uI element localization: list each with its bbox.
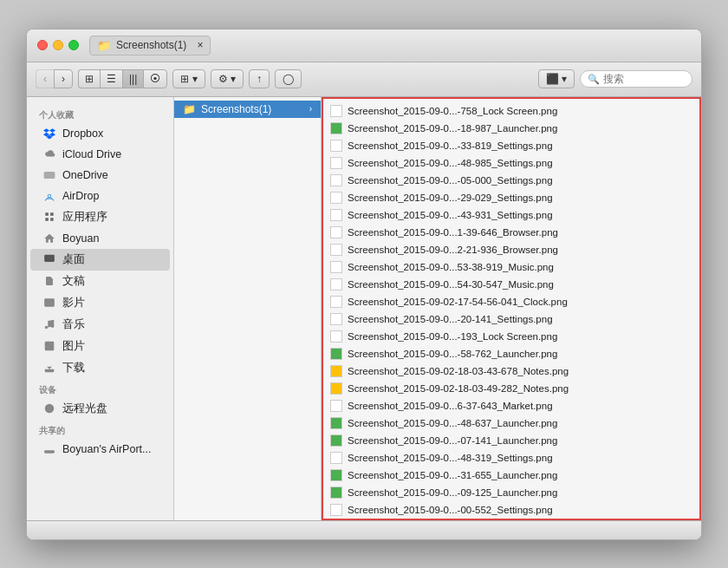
file-item-23[interactable]: Screenshot_2015-09-0...-00-552_Settings.… [323, 501, 699, 519]
file-item-3[interactable]: Screenshot_2015-09-0...-48-985_Settings.… [323, 154, 699, 172]
file-item-8[interactable]: Screenshot_2015-09-0...2-21-936_Browser.… [323, 241, 699, 258]
sidebar-item-movies[interactable]: 影片 [30, 292, 170, 314]
toolbar: ‹ › ⊞ ☰ ||| ⦿ ⊞ ▾ ⚙ ▾ ↑ ◯ ⬛ ▾ 🔍 [27, 62, 701, 97]
file-name: Screenshot_2015-09-0...-09-125_Launcher.… [348, 487, 557, 498]
sidebar-item-dropbox[interactable]: Dropbox [30, 123, 170, 144]
file-thumbnail [330, 105, 342, 117]
file-thumbnail [330, 244, 342, 256]
sidebar-item-onedrive[interactable]: OneDrive [30, 165, 170, 186]
file-item-4[interactable]: Screenshot_2015-09-0...-05-000_Settings.… [323, 172, 699, 189]
shared-section-label: 共享的 [27, 420, 173, 439]
file-item-5[interactable]: Screenshot_2015-09-0...-29-029_Settings.… [323, 189, 699, 206]
cloud-icon [42, 147, 56, 161]
sidebar: 个人收藏 Dropbox iCloud Drive OneDrive [27, 97, 174, 520]
sidebar-item-label: iCloud Drive [62, 148, 121, 160]
sidebar-item-photos[interactable]: 图片 [30, 336, 170, 357]
file-item-13[interactable]: Screenshot_2015-09-0...-193_Lock Screen.… [323, 328, 699, 345]
file-item-7[interactable]: Screenshot_2015-09-0...1-39-646_Browser.… [323, 224, 699, 241]
sidebar-item-downloads[interactable]: 下载 [30, 357, 170, 379]
file-item-9[interactable]: Screenshot_2015-09-0...53-38-919_Music.p… [323, 258, 699, 276]
svg-rect-0 [44, 172, 55, 179]
file-name: Screenshot_2015-09-0...-48-637_Launcher.… [348, 418, 557, 428]
thumbnail-image [330, 192, 342, 204]
dropbox-button[interactable]: ⬛ ▾ [538, 69, 575, 88]
file-item-10[interactable]: Screenshot_2015-09-0...54-30-547_Music.p… [323, 276, 699, 293]
sidebar-item-desktop[interactable]: 桌面 [30, 249, 170, 271]
screenshots-folder-item[interactable]: 📁 Screenshots(1) › [174, 101, 321, 118]
file-name: Screenshot_2015-09-0...-33-819_Settings.… [348, 140, 553, 151]
view-buttons: ⊞ ☰ ||| ⦿ [78, 69, 167, 88]
file-item-19[interactable]: Screenshot_2015-09-0...-07-141_Launcher.… [323, 432, 699, 449]
icon-view-button[interactable]: ⊞ [78, 69, 100, 88]
column-view-button[interactable]: ||| [122, 69, 143, 88]
file-thumbnail [330, 400, 342, 412]
file-item-12[interactable]: Screenshot_2015-09-0...-20-141_Settings.… [323, 310, 699, 328]
folder-icon: 📁 [97, 39, 111, 52]
thumbnail-image [330, 365, 342, 377]
file-thumbnail [330, 209, 342, 221]
window-tab[interactable]: 📁 Screenshots(1) × [89, 36, 211, 55]
sidebar-item-label: Boyuan [62, 232, 99, 245]
router-icon [42, 442, 56, 456]
file-thumbnail [330, 278, 342, 291]
coverflow-view-button[interactable]: ⦿ [143, 69, 167, 88]
file-item-0[interactable]: Screenshot_2015-09-0...-758_Lock Screen.… [323, 102, 699, 120]
file-name: Screenshot_2015-09-0...2-21-936_Browser.… [348, 245, 558, 255]
search-box[interactable]: 🔍 [580, 70, 692, 88]
file-name: Screenshot_2015-09-02-17-54-56-041_Clock… [348, 297, 568, 307]
file-item-2[interactable]: Screenshot_2015-09-0...-33-819_Settings.… [323, 137, 699, 154]
devices-section-label: 设备 [27, 379, 173, 398]
file-item-18[interactable]: Screenshot_2015-09-0...-48-637_Launcher.… [323, 415, 699, 432]
action-button[interactable]: ⚙ ▾ [211, 69, 244, 88]
file-item-1[interactable]: Screenshot_2015-09-0...-18-987_Launcher.… [323, 120, 699, 137]
file-item-15[interactable]: Screenshot_2015-09-02-18-03-43-678_Notes… [323, 362, 699, 380]
thumbnail-image [330, 348, 342, 360]
thumbnail-image [330, 330, 342, 343]
svg-rect-13 [44, 450, 55, 454]
file-item-17[interactable]: Screenshot_2015-09-0...6-37-643_Market.p… [323, 397, 699, 415]
arrange-button[interactable]: ⊞ ▾ [172, 69, 205, 88]
forward-button[interactable]: › [54, 69, 73, 88]
sidebar-item-remote[interactable]: 远程光盘 [30, 398, 170, 420]
search-input[interactable] [603, 73, 685, 85]
apps-icon [42, 210, 56, 224]
close-button[interactable] [37, 40, 48, 50]
file-item-6[interactable]: Screenshot_2015-09-0...-43-931_Settings.… [323, 206, 699, 224]
sidebar-item-airport[interactable]: Boyuan's AirPort... [30, 439, 170, 460]
thumbnail-image [330, 174, 342, 186]
file-item-22[interactable]: Screenshot_2015-09-0...-09-125_Launcher.… [323, 484, 699, 501]
sidebar-item-home[interactable]: Boyuan [30, 228, 170, 249]
sidebar-item-label: OneDrive [62, 169, 108, 181]
sidebar-item-label: 桌面 [62, 252, 85, 267]
airdrop-icon [42, 189, 56, 203]
svg-point-12 [48, 407, 51, 410]
thumbnail-image [330, 261, 342, 273]
share-button[interactable]: ↑ [249, 69, 270, 88]
back-button[interactable]: ‹ [36, 69, 54, 88]
sidebar-item-docs[interactable]: 文稿 [30, 271, 170, 292]
thumbnail-image [330, 400, 342, 412]
sidebar-item-icloud[interactable]: iCloud Drive [30, 144, 170, 165]
file-thumbnail [330, 157, 342, 169]
sidebar-item-apps[interactable]: 应用程序 [30, 206, 170, 228]
list-view-button[interactable]: ☰ [100, 69, 122, 88]
sidebar-item-airdrop[interactable]: AirDrop [30, 186, 170, 206]
onedrive-icon [42, 168, 56, 182]
tag-button[interactable]: ◯ [275, 69, 302, 88]
maximize-button[interactable] [68, 40, 79, 50]
disc-icon [42, 402, 56, 415]
file-item-20[interactable]: Screenshot_2015-09-0...-48-319_Settings.… [323, 449, 699, 467]
file-item-21[interactable]: Screenshot_2015-09-0...-31-655_Launcher.… [323, 467, 699, 484]
minimize-button[interactable] [53, 40, 63, 50]
file-item-14[interactable]: Screenshot_2015-09-0...-58-762_Launcher.… [323, 345, 699, 362]
file-item-16[interactable]: Screenshot_2015-09-02-18-03-49-282_Notes… [323, 380, 699, 397]
thumbnail-image [330, 452, 342, 464]
sidebar-item-music[interactable]: 音乐 [30, 314, 170, 336]
thumbnail-image [330, 157, 342, 169]
file-item-11[interactable]: Screenshot_2015-09-02-17-54-56-041_Clock… [323, 293, 699, 310]
file-thumbnail [330, 174, 342, 186]
file-thumbnail [330, 434, 342, 447]
file-name: Screenshot_2015-09-0...-20-141_Settings.… [348, 314, 553, 324]
tab-close-button[interactable]: × [197, 39, 203, 51]
file-name: Screenshot_2015-09-0...1-39-646_Browser.… [348, 227, 558, 238]
